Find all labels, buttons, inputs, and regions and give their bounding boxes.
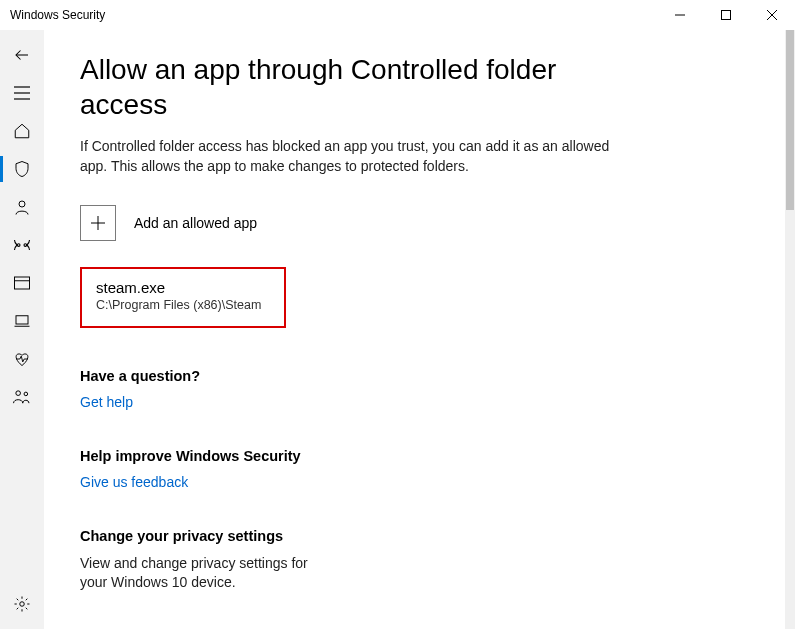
sidebar <box>0 30 44 629</box>
feedback-link[interactable]: Give us feedback <box>80 474 755 490</box>
maximize-button[interactable] <box>703 0 749 30</box>
settings-icon[interactable] <box>0 585 44 623</box>
shield-icon[interactable] <box>0 150 44 188</box>
device-security-icon[interactable] <box>0 302 44 340</box>
add-allowed-app-label: Add an allowed app <box>134 215 257 231</box>
get-help-link[interactable]: Get help <box>80 394 755 410</box>
main-content: Allow an app through Controlled folder a… <box>44 30 795 629</box>
page-title: Allow an app through Controlled folder a… <box>80 52 640 122</box>
family-icon[interactable] <box>0 378 44 416</box>
home-icon[interactable] <box>0 112 44 150</box>
improve-heading: Help improve Windows Security <box>80 448 755 464</box>
svg-point-15 <box>16 391 21 396</box>
health-icon[interactable] <box>0 340 44 378</box>
svg-point-16 <box>24 392 28 396</box>
privacy-description: View and change privacy settings for you… <box>80 554 310 593</box>
window-title: Windows Security <box>10 8 105 22</box>
add-allowed-app-button[interactable]: Add an allowed app <box>80 205 755 241</box>
app-control-icon[interactable] <box>0 264 44 302</box>
account-icon[interactable] <box>0 188 44 226</box>
back-button[interactable] <box>0 36 44 74</box>
app-name: steam.exe <box>96 279 270 296</box>
svg-point-9 <box>17 244 20 247</box>
privacy-heading: Change your privacy settings <box>80 528 755 544</box>
titlebar: Windows Security <box>0 0 795 30</box>
svg-rect-11 <box>15 277 30 289</box>
scrollbar-thumb[interactable] <box>786 30 794 210</box>
scrollbar[interactable] <box>785 30 795 629</box>
firewall-icon[interactable] <box>0 226 44 264</box>
plus-icon <box>80 205 116 241</box>
menu-button[interactable] <box>0 74 44 112</box>
svg-rect-13 <box>16 316 28 324</box>
svg-rect-1 <box>722 11 731 20</box>
close-button[interactable] <box>749 0 795 30</box>
question-section: Have a question? Get help <box>80 368 755 410</box>
window-controls <box>657 0 795 30</box>
privacy-section: Change your privacy settings View and ch… <box>80 528 755 593</box>
question-heading: Have a question? <box>80 368 755 384</box>
svg-point-17 <box>20 602 25 607</box>
app-path: C:\Program Files (x86)\Steam <box>96 298 270 312</box>
page-description: If Controlled folder access has blocked … <box>80 136 610 177</box>
svg-point-8 <box>19 201 25 207</box>
allowed-app-item[interactable]: steam.exe C:\Program Files (x86)\Steam <box>80 267 286 328</box>
svg-point-10 <box>24 244 27 247</box>
improve-section: Help improve Windows Security Give us fe… <box>80 448 755 490</box>
minimize-button[interactable] <box>657 0 703 30</box>
